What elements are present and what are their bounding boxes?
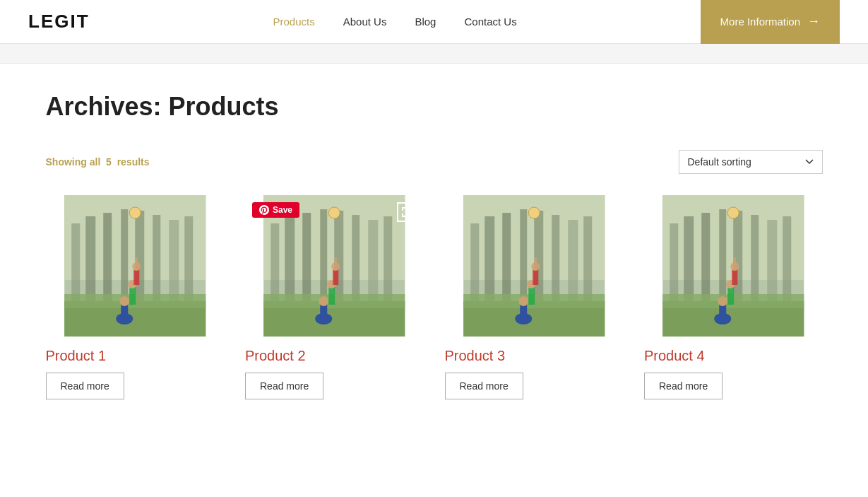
- product-name-3[interactable]: Product 3: [445, 348, 624, 364]
- product-image-4: [644, 195, 823, 337]
- results-number: 5: [106, 156, 112, 168]
- svg-point-57: [528, 207, 540, 218]
- product-name-1[interactable]: Product 1: [46, 348, 225, 364]
- read-more-button-4[interactable]: Read more: [644, 373, 723, 399]
- more-info-label: More Information: [720, 16, 800, 28]
- svg-rect-85: [732, 269, 737, 285]
- svg-rect-61: [528, 287, 535, 305]
- svg-rect-81: [719, 305, 726, 320]
- product-card-1: Product 1 Read more: [46, 195, 225, 399]
- product-name-2[interactable]: Product 2: [245, 348, 424, 364]
- product-image-wrap-2: Save: [245, 195, 424, 337]
- products-toolbar: Showing all 5 results Default sorting So…: [46, 150, 823, 174]
- arrow-icon: →: [807, 14, 820, 29]
- site-header: LEGIT Products About Us Blog Contact Us …: [0, 0, 868, 44]
- svg-point-82: [718, 296, 727, 306]
- expand-svg: [401, 206, 412, 218]
- product-name-4[interactable]: Product 4: [644, 348, 823, 364]
- nav-blog[interactable]: Blog: [415, 16, 436, 28]
- svg-rect-41: [333, 269, 338, 285]
- product-grid: Product 1 Read more: [46, 195, 823, 399]
- nav-about[interactable]: About Us: [343, 16, 387, 28]
- svg-rect-37: [320, 305, 327, 320]
- product-image-3: [445, 195, 624, 337]
- product-image-wrap-4: [644, 195, 823, 337]
- svg-rect-19: [133, 269, 139, 285]
- svg-rect-83: [727, 287, 734, 305]
- svg-point-35: [328, 207, 340, 218]
- svg-rect-17: [129, 287, 136, 305]
- expand-icon[interactable]: [397, 202, 417, 222]
- product-card-2: Save Product 2 Read more: [245, 195, 424, 399]
- product-image-wrap-1: [46, 195, 225, 337]
- site-logo[interactable]: LEGIT: [28, 11, 90, 33]
- read-more-button-2[interactable]: Read more: [245, 373, 323, 399]
- read-more-button-1[interactable]: Read more: [46, 373, 124, 399]
- nav-contact[interactable]: Contact Us: [464, 16, 516, 28]
- product-card-3: Product 3 Read more: [445, 195, 624, 399]
- svg-point-16: [119, 296, 129, 306]
- read-more-button-3[interactable]: Read more: [445, 373, 523, 399]
- product-image-1: [46, 195, 225, 337]
- page-title: Archives: Products: [46, 92, 823, 122]
- pinterest-save-badge[interactable]: Save: [252, 202, 299, 218]
- nav-products[interactable]: Products: [273, 16, 315, 28]
- save-label: Save: [273, 205, 292, 215]
- svg-point-38: [319, 296, 328, 306]
- svg-point-13: [129, 207, 141, 218]
- more-info-button[interactable]: More Information →: [701, 0, 840, 44]
- svg-point-60: [518, 296, 528, 306]
- svg-point-79: [727, 207, 739, 218]
- results-suffix: results: [117, 156, 150, 168]
- product-card-4: Product 4 Read more: [644, 195, 823, 399]
- svg-rect-59: [520, 305, 527, 320]
- pinterest-icon: [259, 205, 269, 215]
- sub-header-bar: [0, 44, 868, 64]
- svg-rect-39: [328, 287, 335, 305]
- svg-rect-15: [121, 305, 128, 320]
- results-prefix: Showing all: [46, 156, 101, 168]
- results-count: Showing all 5 results: [46, 156, 150, 168]
- product-image-wrap-3: [445, 195, 624, 337]
- svg-rect-63: [533, 269, 538, 285]
- main-nav: Products About Us Blog Contact Us: [273, 16, 517, 28]
- sort-select[interactable]: Default sorting Sort by popularity Sort …: [679, 150, 823, 174]
- main-content: Archives: Products Showing all 5 results…: [18, 64, 851, 442]
